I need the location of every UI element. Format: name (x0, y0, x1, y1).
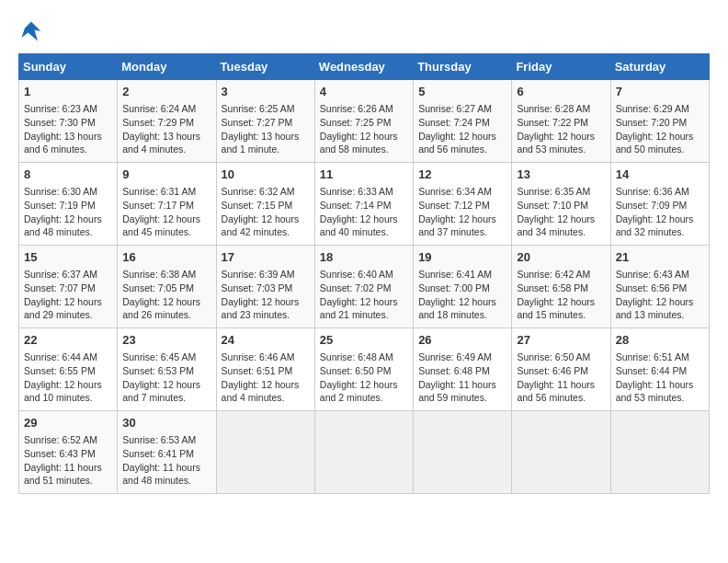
sunrise-text: Sunrise: 6:24 AM (122, 103, 196, 114)
sunrise-text: Sunrise: 6:46 AM (222, 351, 295, 362)
daylight-text: Daylight: 11 hours and 53 minutes. (616, 379, 694, 404)
sunrise-text: Sunrise: 6:31 AM (122, 186, 196, 197)
day-number: 24 (222, 332, 310, 349)
calendar-cell: 30Sunrise: 6:53 AMSunset: 6:41 PMDayligh… (118, 411, 216, 494)
calendar-body: 1Sunrise: 6:23 AMSunset: 7:30 PMDaylight… (19, 80, 710, 494)
sunset-text: Sunset: 6:56 PM (616, 282, 688, 293)
sunrise-text: Sunrise: 6:32 AM (222, 186, 295, 197)
sunrise-text: Sunrise: 6:44 AM (24, 351, 97, 362)
sunset-text: Sunset: 7:09 PM (616, 200, 688, 211)
daylight-text: Daylight: 12 hours and 4 minutes. (222, 379, 300, 404)
sunset-text: Sunset: 7:22 PM (517, 117, 588, 128)
week-row-1: 1Sunrise: 6:23 AMSunset: 7:30 PMDaylight… (19, 80, 710, 163)
sunset-text: Sunset: 7:29 PM (122, 117, 194, 128)
daylight-text: Daylight: 12 hours and 26 minutes. (122, 296, 200, 321)
day-number: 25 (320, 332, 408, 349)
calendar-cell: 20Sunrise: 6:42 AMSunset: 6:58 PMDayligh… (512, 246, 610, 328)
calendar-cell: 29Sunrise: 6:52 AMSunset: 6:43 PMDayligh… (19, 411, 118, 494)
svg-marker-0 (22, 22, 41, 41)
day-number: 27 (517, 332, 605, 349)
daylight-text: Daylight: 12 hours and 48 minutes. (24, 213, 102, 238)
day-number: 28 (616, 332, 704, 349)
calendar-table: SundayMondayTuesdayWednesdayThursdayFrid… (18, 53, 710, 494)
calendar-cell: 7Sunrise: 6:29 AMSunset: 7:20 PMDaylight… (610, 80, 709, 163)
calendar-cell (512, 411, 610, 494)
daylight-text: Daylight: 11 hours and 51 minutes. (24, 462, 102, 487)
sunset-text: Sunset: 6:48 PM (418, 365, 490, 376)
daylight-text: Daylight: 11 hours and 56 minutes. (517, 379, 595, 404)
calendar-cell: 12Sunrise: 6:34 AMSunset: 7:12 PMDayligh… (414, 163, 512, 246)
sunrise-text: Sunrise: 6:48 AM (320, 351, 393, 362)
calendar-cell: 27Sunrise: 6:50 AMSunset: 6:46 PMDayligh… (512, 328, 610, 411)
day-number: 1 (24, 84, 112, 100)
daylight-text: Daylight: 12 hours and 34 minutes. (517, 213, 595, 238)
sunrise-text: Sunrise: 6:45 AM (122, 351, 196, 362)
sunrise-text: Sunrise: 6:50 AM (517, 351, 590, 362)
daylight-text: Daylight: 12 hours and 15 minutes. (517, 296, 595, 321)
daylight-text: Daylight: 13 hours and 6 minutes. (24, 131, 102, 155)
sunrise-text: Sunrise: 6:38 AM (122, 269, 196, 280)
calendar-cell: 4Sunrise: 6:26 AMSunset: 7:25 PMDaylight… (314, 80, 413, 163)
sunset-text: Sunset: 6:46 PM (517, 365, 588, 376)
calendar-cell: 19Sunrise: 6:41 AMSunset: 7:00 PMDayligh… (414, 246, 512, 328)
daylight-text: Daylight: 12 hours and 50 minutes. (616, 131, 694, 155)
sunrise-text: Sunrise: 6:33 AM (320, 186, 393, 197)
sunrise-text: Sunrise: 6:36 AM (616, 186, 689, 197)
day-number: 23 (122, 332, 210, 349)
daylight-text: Daylight: 12 hours and 56 minutes. (418, 131, 496, 155)
sunset-text: Sunset: 7:03 PM (222, 282, 293, 293)
sunset-text: Sunset: 7:07 PM (24, 282, 96, 293)
sunrise-text: Sunrise: 6:27 AM (418, 103, 492, 114)
daylight-text: Daylight: 12 hours and 23 minutes. (222, 296, 300, 321)
sunrise-text: Sunrise: 6:23 AM (24, 103, 97, 114)
sunset-text: Sunset: 7:05 PM (122, 282, 194, 293)
day-number: 11 (320, 167, 408, 183)
day-number: 19 (418, 249, 506, 266)
calendar-cell: 22Sunrise: 6:44 AMSunset: 6:55 PMDayligh… (19, 328, 118, 411)
day-number: 20 (517, 249, 605, 266)
sunset-text: Sunset: 6:43 PM (24, 448, 96, 459)
day-number: 29 (24, 415, 112, 431)
sunset-text: Sunset: 7:17 PM (122, 200, 194, 211)
sunset-text: Sunset: 7:12 PM (418, 200, 490, 211)
calendar-cell (314, 411, 413, 494)
calendar-cell: 11Sunrise: 6:33 AMSunset: 7:14 PMDayligh… (314, 163, 413, 246)
daylight-text: Daylight: 12 hours and 32 minutes. (616, 213, 694, 238)
day-number: 5 (418, 84, 506, 100)
sunrise-text: Sunrise: 6:25 AM (222, 103, 295, 114)
day-number: 14 (616, 167, 704, 183)
daylight-text: Daylight: 12 hours and 45 minutes. (122, 213, 200, 238)
day-number: 13 (517, 167, 605, 183)
daylight-text: Daylight: 12 hours and 40 minutes. (320, 213, 398, 238)
daylight-text: Daylight: 12 hours and 21 minutes. (320, 296, 398, 321)
sunrise-text: Sunrise: 6:28 AM (517, 103, 590, 114)
day-number: 30 (122, 415, 210, 431)
column-header-sunday: Sunday (19, 54, 118, 80)
week-row-4: 22Sunrise: 6:44 AMSunset: 6:55 PMDayligh… (19, 328, 710, 411)
day-number: 17 (222, 249, 310, 266)
day-number: 12 (418, 167, 506, 183)
sunrise-text: Sunrise: 6:49 AM (418, 351, 492, 362)
sunset-text: Sunset: 6:51 PM (222, 365, 293, 376)
day-number: 3 (222, 84, 310, 100)
day-number: 4 (320, 84, 408, 100)
sunset-text: Sunset: 6:44 PM (616, 365, 688, 376)
calendar-cell: 18Sunrise: 6:40 AMSunset: 7:02 PMDayligh… (314, 246, 413, 328)
sunrise-text: Sunrise: 6:52 AM (24, 434, 97, 445)
daylight-text: Daylight: 12 hours and 58 minutes. (320, 131, 398, 155)
sunset-text: Sunset: 7:30 PM (24, 117, 96, 128)
column-header-thursday: Thursday (414, 54, 512, 80)
sunset-text: Sunset: 7:20 PM (616, 117, 688, 128)
page-header (18, 18, 710, 44)
sunrise-text: Sunrise: 6:29 AM (616, 103, 689, 114)
daylight-text: Daylight: 11 hours and 59 minutes. (418, 379, 496, 404)
daylight-text: Daylight: 12 hours and 18 minutes. (418, 296, 496, 321)
sunrise-text: Sunrise: 6:41 AM (418, 269, 492, 280)
daylight-text: Daylight: 12 hours and 13 minutes. (616, 296, 694, 321)
daylight-text: Daylight: 13 hours and 1 minute. (222, 131, 300, 155)
daylight-text: Daylight: 12 hours and 42 minutes. (222, 213, 300, 238)
sunset-text: Sunset: 7:27 PM (222, 117, 293, 128)
calendar-cell (414, 411, 512, 494)
day-number: 16 (122, 249, 210, 266)
calendar-cell: 8Sunrise: 6:30 AMSunset: 7:19 PMDaylight… (19, 163, 118, 246)
